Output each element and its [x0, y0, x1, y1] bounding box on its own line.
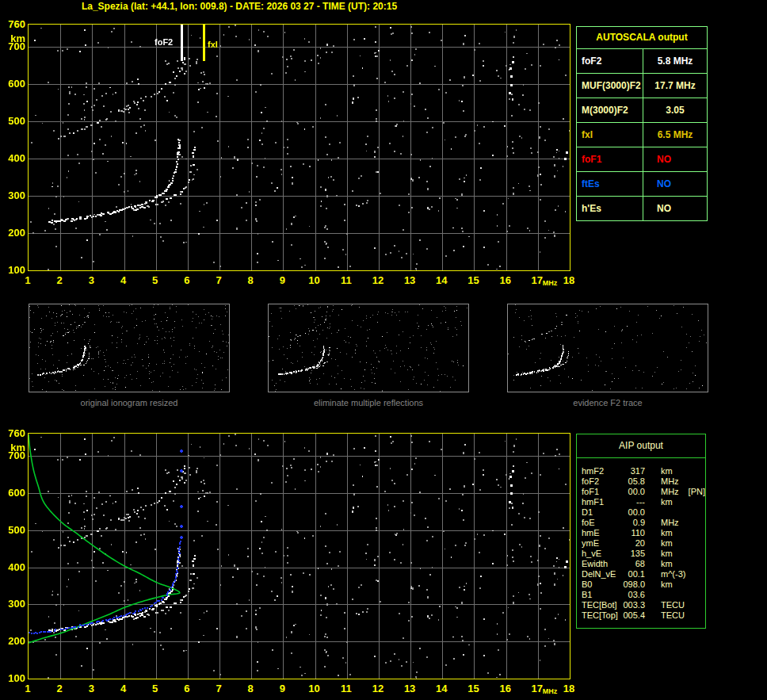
x-tick-label: 15 — [463, 683, 483, 694]
aip-row-extra: [PN] — [689, 487, 705, 497]
aip-row-foe: foE0.9MHz — [582, 518, 705, 528]
x-tick-label: 4 — [113, 274, 134, 286]
thumbnail-caption-eliminate: eliminate multiple reflections — [268, 398, 469, 407]
x-tick-label: 5 — [145, 683, 166, 694]
autoscala-row-fxi: fxI6.5 MHz — [577, 123, 707, 147]
aip-row-value: 003.3 — [621, 600, 645, 610]
y-tick-label: 500 — [2, 115, 25, 127]
fof2-marker-line — [181, 25, 183, 61]
aip-row-value: 00.0 — [621, 487, 645, 497]
x-tick-label: 1 — [17, 274, 38, 286]
autoscala-row-fof1: foF1NO — [577, 147, 707, 172]
thumbnail-eliminate-reflections — [268, 304, 469, 392]
thumbnail-caption-original: original ionogram resized — [29, 398, 230, 407]
aip-row-unit: TECU — [661, 610, 685, 621]
y-tick-label: 600 — [2, 78, 25, 90]
aip-row-label: B1 — [582, 590, 621, 600]
x-tick-label: 15 — [463, 274, 483, 286]
x-tick-label: 18 — [559, 683, 579, 694]
autoscala-row-label: M(3000)F2 — [577, 98, 643, 122]
autoscala-row-label: foF2 — [577, 49, 643, 73]
aip-row-value: --- — [621, 497, 645, 507]
aip-row-label: foF1 — [582, 487, 621, 497]
aip-row-b0: B0098.0km — [582, 580, 705, 590]
aip-row-label: Ewidth — [582, 559, 621, 569]
aip-row-label: foE — [582, 518, 621, 528]
autoscala-output-table: AUTOSCALA output foF25.8 MHzMUF(3000)F21… — [576, 26, 708, 221]
aip-row-unit: m^(-3) — [661, 569, 685, 580]
aip-row-delnve: DelN_vE00.1m^(-3) — [582, 569, 705, 580]
autoscala-table-rows: foF25.8 MHzMUF(3000)F217.7 MHzM(3000)F23… — [577, 49, 707, 220]
aip-row-label: hmF1 — [582, 497, 621, 507]
x-tick-label: 8 — [240, 683, 261, 694]
aip-table-rows: hmF2317kmfoF205.8MHzfoF100.0MHz[PN]hmF1-… — [577, 458, 705, 621]
autoscala-row-muf3000f2: MUF(3000)F217.7 MHz — [577, 74, 707, 98]
aip-table-title: AIP output — [577, 434, 705, 458]
autoscala-row-value: 3.05 — [643, 98, 707, 122]
thumbnail-evidence-f2 — [507, 304, 708, 392]
autoscala-row-label: MUF(3000)F2 — [577, 74, 643, 98]
x-tick-label: 6 — [177, 683, 197, 694]
y-tick-label: 300 — [2, 189, 25, 201]
aip-row-unit: km — [661, 559, 673, 569]
aip-row-ewidth: Ewidth68km — [582, 559, 705, 569]
aip-row-unit: km — [661, 580, 673, 590]
x-tick-label: 16 — [495, 274, 516, 286]
autoscala-row-hes: h'EsNO — [577, 197, 707, 220]
fxi-marker-label: fxI — [208, 40, 218, 49]
aip-row-fof1: foF100.0MHz[PN] — [582, 487, 705, 497]
main-ionogram-plot: foF2 fxI — [28, 24, 570, 271]
aip-row-value: 00.1 — [621, 569, 645, 580]
aip-row-value: 098.0 — [621, 580, 645, 590]
y-tick-label: 500 — [2, 524, 25, 536]
x-tick-label: 3 — [81, 683, 101, 694]
aip-row-unit: MHz — [661, 476, 679, 487]
autoscala-row-value: 17.7 MHz — [643, 74, 707, 98]
x-tick-label: 11 — [336, 274, 357, 286]
aip-row-value: 110 — [621, 528, 645, 538]
aip-row-value: 05.8 — [621, 476, 645, 487]
x-axis-unit: MHz — [543, 279, 558, 287]
thumbnail-evidence-canvas — [508, 304, 708, 392]
aip-row-d1: D100.0 — [582, 507, 705, 518]
autoscala-row-fof2: foF25.8 MHz — [577, 49, 707, 74]
aip-row-label: D1 — [582, 507, 621, 518]
thumbnail-caption-evidence: evidence F2 trace — [507, 398, 708, 407]
aip-row-label: hmE — [582, 528, 621, 538]
aip-row-tecbot: TEC[Bot]003.3TECU — [582, 600, 705, 610]
aip-row-tectop: TEC[Top]005.4TECU — [582, 610, 705, 621]
autoscala-table-title: AUTOSCALA output — [577, 27, 707, 49]
y-tick-label: 200 — [2, 635, 25, 647]
aip-row-label: B0 — [582, 580, 621, 590]
y-tick-label: 200 — [2, 227, 25, 239]
y-tick-label: 400 — [2, 561, 25, 573]
y-tick-label: 760 — [2, 18, 25, 30]
autoscala-row-label: foF1 — [577, 147, 643, 171]
autoscala-row-value: NO — [643, 172, 707, 196]
fof2-marker-label: foF2 — [155, 37, 173, 47]
page-title: La_Spezia (lat: +44.1, lon: 009.8) - DAT… — [0, 1, 479, 12]
x-tick-label: 9 — [272, 683, 292, 694]
thumbnail-original-canvas — [29, 304, 229, 392]
autoscala-row-value: 5.8 MHz — [643, 49, 707, 73]
aip-row-value: 68 — [621, 559, 645, 569]
aip-row-label: hmF2 — [582, 466, 621, 476]
aip-row-label: ymE — [582, 538, 621, 549]
fxi-marker-line — [203, 25, 205, 61]
x-tick-label: 16 — [495, 683, 516, 694]
aip-row-yme: ymE20km — [582, 538, 705, 549]
x-tick-label: 10 — [304, 683, 325, 694]
x-tick-label: 12 — [368, 683, 388, 694]
main-ionogram-canvas — [29, 25, 570, 270]
aip-row-hve: h_vE135km — [582, 549, 705, 559]
aip-row-label: TEC[Bot] — [582, 600, 621, 610]
x-tick-label: 10 — [304, 274, 325, 286]
aip-row-label: foF2 — [582, 476, 621, 487]
y-tick-label: 700 — [2, 449, 25, 461]
x-tick-label: 18 — [559, 274, 579, 286]
thumbnail-original-ionogram — [29, 304, 230, 392]
aip-row-unit: km — [661, 466, 673, 476]
aip-row-label: h_vE — [582, 549, 621, 559]
profile-ionogram-canvas — [29, 434, 570, 679]
aip-row-value: 135 — [621, 549, 645, 559]
